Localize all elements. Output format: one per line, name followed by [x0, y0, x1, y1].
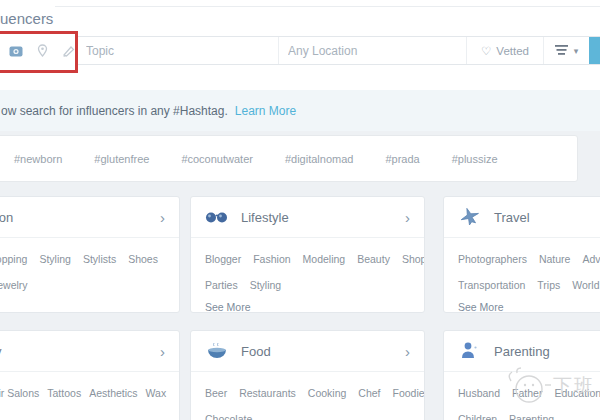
- hashtag-notice-bar: ow search for influencers in any #Hashta…: [0, 90, 600, 131]
- tag-line: BeerRestaurantsCookingChefFoodieTea: [205, 383, 410, 401]
- annotation-red-box: [0, 31, 78, 73]
- category-header-lifestyle[interactable]: Lifestyle ›: [191, 197, 424, 238]
- notice-text: ow search for influencers in any #Hashta…: [1, 104, 228, 118]
- tag[interactable]: Trips: [537, 279, 560, 291]
- tag[interactable]: Modeling: [303, 253, 346, 265]
- category-card-parenting: Parenting › HusbandFatherEducation Child…: [443, 330, 600, 420]
- tag-line: PhotographersNatureAdventure: [458, 249, 600, 267]
- tag[interactable]: Husband: [458, 387, 500, 399]
- category-title: Parenting: [494, 344, 550, 359]
- page-title: Influencers: [0, 10, 53, 27]
- topic-field-wrap: [77, 37, 279, 64]
- tag[interactable]: Foodie: [393, 387, 425, 399]
- tag[interactable]: Shopping: [0, 253, 27, 265]
- filter-lines-icon: [555, 42, 568, 60]
- topic-input[interactable]: [77, 44, 278, 58]
- category-title: Lifestyle: [241, 210, 289, 225]
- chevron-right-icon[interactable]: ›: [160, 344, 165, 359]
- tag-line: PartiesStyling: [205, 275, 410, 293]
- category-header-parenting[interactable]: Parenting ›: [444, 331, 600, 372]
- filter-dropdown[interactable]: ▾: [543, 37, 589, 64]
- tag-line: ShoppingStylingStylistsShoes: [0, 249, 165, 267]
- chevron-right-icon[interactable]: ›: [405, 344, 410, 359]
- heart-icon: ♡: [481, 44, 491, 58]
- learn-more-link[interactable]: Learn More: [235, 104, 296, 118]
- hashtag-link[interactable]: #prada: [385, 153, 419, 165]
- tag[interactable]: Hair Salons: [0, 387, 39, 399]
- tag[interactable]: World Travel: [572, 279, 600, 291]
- tag[interactable]: Aesthetics: [89, 387, 137, 399]
- chevron-right-icon[interactable]: ›: [405, 210, 410, 225]
- tag-line: HusbandFatherEducation: [458, 383, 600, 401]
- category-card-fashion: Fashion › ShoppingStylingStylistsShoes J…: [0, 196, 180, 313]
- tag[interactable]: Father: [512, 387, 542, 399]
- tag-line: Jewelry: [0, 275, 165, 293]
- tag[interactable]: Beauty: [357, 253, 390, 265]
- category-header-travel[interactable]: Travel ›: [444, 197, 600, 238]
- tag[interactable]: Chef: [358, 387, 380, 399]
- hashtag-link[interactable]: #newborn: [14, 153, 62, 165]
- chevron-right-icon[interactable]: ›: [160, 210, 165, 225]
- see-more-link[interactable]: See More: [458, 301, 600, 313]
- tag[interactable]: Tattoos: [47, 387, 81, 399]
- bowl-icon: [205, 340, 229, 362]
- category-title: Beauty: [0, 344, 1, 359]
- tag-line: Chocolate: [205, 409, 410, 420]
- category-card-food: Food › BeerRestaurantsCookingChefFoodieT…: [190, 330, 425, 420]
- tag[interactable]: Shopping: [402, 253, 425, 265]
- location-field-wrap: [279, 37, 467, 64]
- category-title: Food: [241, 344, 271, 359]
- tag[interactable]: Transportation: [458, 279, 525, 291]
- tag[interactable]: Parties: [205, 279, 238, 291]
- tag[interactable]: Blogger: [205, 253, 241, 265]
- tag[interactable]: Children: [458, 413, 497, 420]
- tag[interactable]: Styling: [39, 253, 71, 265]
- tag[interactable]: Wax: [146, 387, 167, 399]
- category-card-beauty: Beauty › Hair SalonsTattoosAestheticsWax: [0, 330, 180, 420]
- trending-hashtags-panel: #newborn #glutenfree #coconutwater #digi…: [0, 135, 578, 182]
- tag[interactable]: Beer: [205, 387, 227, 399]
- airplane-icon: [458, 206, 482, 228]
- tag[interactable]: Photographers: [458, 253, 527, 265]
- tag[interactable]: Parenting: [509, 413, 554, 420]
- category-card-lifestyle: Lifestyle › BloggerFashionModelingBeauty…: [190, 196, 425, 313]
- tag[interactable]: Styling: [250, 279, 282, 291]
- vetted-label: Vetted: [496, 45, 529, 57]
- tag[interactable]: Cooking: [308, 387, 347, 399]
- hashtag-link[interactable]: #coconutwater: [181, 153, 253, 165]
- search-bar: ♡ Vetted ▾: [76, 36, 600, 65]
- hashtag-link[interactable]: #plussize: [452, 153, 498, 165]
- tag[interactable]: Stylists: [83, 253, 116, 265]
- tag[interactable]: Fashion: [253, 253, 290, 265]
- header-divider: [55, 6, 600, 7]
- search-button[interactable]: [589, 37, 600, 64]
- category-card-travel: Travel › PhotographersNatureAdventure Tr…: [443, 196, 600, 313]
- tag[interactable]: Chocolate: [205, 413, 252, 420]
- hashtag-link[interactable]: #digitalnomad: [285, 153, 354, 165]
- location-input[interactable]: [279, 44, 466, 58]
- hashtag-link[interactable]: #glutenfree: [94, 153, 149, 165]
- tag[interactable]: Education: [554, 387, 600, 399]
- tag[interactable]: Adventure: [582, 253, 600, 265]
- category-title: Travel: [494, 210, 530, 225]
- sunglasses-icon: [205, 206, 229, 228]
- tag-line: TransportationTripsWorld Travel: [458, 275, 600, 293]
- tag[interactable]: Shoes: [128, 253, 158, 265]
- see-more-link[interactable]: See More: [205, 301, 410, 313]
- chevron-down-icon: ▾: [574, 46, 579, 56]
- tag-line: Hair SalonsTattoosAestheticsWax: [0, 383, 165, 401]
- person-icon: [458, 340, 482, 362]
- tag-line: BloggerFashionModelingBeautyShopping: [205, 249, 410, 267]
- category-header-fashion[interactable]: Fashion ›: [0, 197, 179, 238]
- category-header-food[interactable]: Food ›: [191, 331, 424, 372]
- tag[interactable]: Restaurants: [239, 387, 296, 399]
- tag[interactable]: Nature: [539, 253, 571, 265]
- tag-line: ChildrenParenting: [458, 409, 600, 420]
- category-title: Fashion: [0, 210, 13, 225]
- category-header-beauty[interactable]: Beauty ›: [0, 331, 179, 372]
- tag[interactable]: Jewelry: [0, 279, 28, 291]
- vetted-toggle[interactable]: ♡ Vetted: [467, 37, 543, 64]
